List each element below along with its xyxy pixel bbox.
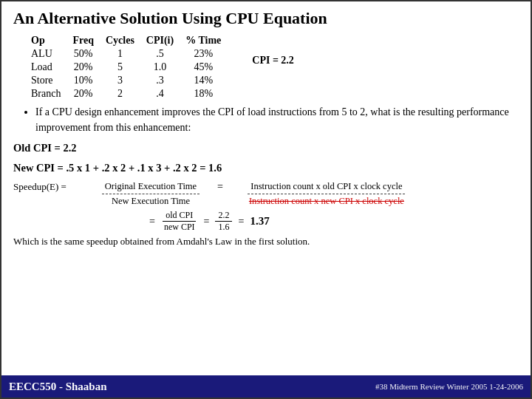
result-new-cpi: new CPI — [161, 222, 198, 233]
old-cpi: Old CPI = 2.2 — [13, 140, 519, 157]
new-cpi: New CPI = .5 x 1 + .2 x 2 + .1 x 3 + .2 … — [13, 160, 519, 177]
result-old-cpi: old CPI — [163, 210, 196, 222]
col-cpii: CPI(i) — [143, 34, 183, 47]
bullet-section: If a CPU design enhancement improves the… — [21, 105, 519, 135]
right-denom: Instruction count x new CPI x clock cycl… — [246, 194, 407, 207]
cpu-table: Op Freq Cycles CPI(i) % Time ALU 50% 1 .… — [28, 34, 230, 100]
cpi-label: CPI = 2.2 — [252, 55, 294, 66]
speedup-label: Speedup(E) = — [13, 181, 87, 193]
result-final-equals: = — [238, 216, 244, 228]
speedup-section: Speedup(E) = Original Execution Time New… — [13, 181, 519, 207]
result-val-numer: 2.2 — [215, 210, 232, 222]
right-numer: Instruction count x old CPI x clock cycl… — [248, 181, 405, 194]
footer-title: EECC550 - Shaaban — [9, 381, 107, 393]
table-section: Op Freq Cycles CPI(i) % Time ALU 50% 1 .… — [13, 34, 519, 100]
amdahl-note: Which is the same speedup obtained from … — [13, 236, 519, 248]
col-pcttime: % Time — [183, 34, 230, 47]
table-row: Store 10% 3 .3 14% — [28, 74, 230, 87]
slide: An Alternative Solution Using CPU Equati… — [0, 0, 532, 399]
footer-bar: EECC550 - Shaaban #38 Midterm Review Win… — [1, 375, 531, 398]
col-cycles: Cycles — [103, 34, 143, 47]
table-header-row: Op Freq Cycles CPI(i) % Time — [28, 34, 230, 47]
left-denom: New Execution Time — [109, 194, 193, 207]
result-equals: = — [149, 216, 155, 228]
col-op: Op — [28, 34, 69, 47]
result-val-denom: 1.6 — [215, 222, 232, 233]
table-row: ALU 50% 1 .5 23% — [28, 47, 230, 61]
speedup-combined: Speedup(E) = Original Execution Time New… — [13, 181, 519, 207]
left-numer: Original Execution Time — [102, 181, 200, 194]
result-section: = old CPI new CPI = 2.2 1.6 = 1.37 — [146, 210, 519, 233]
result-val-frac: 2.2 1.6 — [215, 210, 232, 233]
bullet-text: If a CPU design enhancement improves the… — [35, 105, 519, 135]
right-fraction: Instruction count x old CPI x clock cycl… — [231, 181, 423, 207]
slide-title: An Alternative Solution Using CPU Equati… — [13, 9, 519, 28]
result-final-value: 1.37 — [250, 215, 269, 228]
footer-info: #38 Midterm Review Winter 2005 1-24-2006 — [375, 382, 523, 391]
col-freq: Freq — [69, 34, 103, 47]
result-left-frac: old CPI new CPI — [161, 210, 198, 233]
table-row: Branch 20% 2 .4 18% — [28, 87, 230, 100]
table-row: Load 20% 5 1.0 45% — [28, 61, 230, 74]
equals-sign: = — [217, 181, 223, 193]
left-fraction: Original Execution Time New Execution Ti… — [92, 181, 210, 207]
result-mid-equals: = — [204, 216, 210, 228]
